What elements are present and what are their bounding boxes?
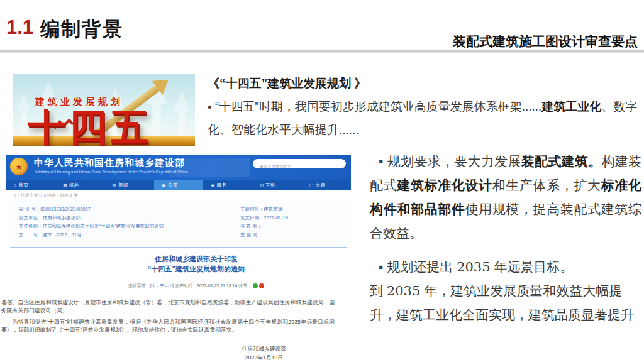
meta-row-issuing-unit: 发文单位：住房和城乡建设部 bbox=[19, 214, 233, 222]
font-size-selector[interactable]: [大 - 中 - 小] bbox=[150, 283, 174, 288]
notice-paragraph: 各省、自治区住房和城乡建设厅，直辖市住房和城乡建设（管）委，北京市规划和自然资源… bbox=[1, 299, 335, 315]
signature-date: 2022年1月19日 bbox=[170, 353, 358, 362]
signature-organization: 住房和城乡建设部 bbox=[170, 344, 358, 353]
nav-item-label: 新闻 bbox=[118, 182, 128, 189]
notice-paragraph: 为指导和促进“十四五”时期建筑业高质量发展，根据《中华人民共和国国民经济和社会发… bbox=[1, 318, 335, 334]
meta-row-validity: 有 效 期： bbox=[240, 222, 344, 231]
page-title: 编制背景 bbox=[40, 16, 123, 43]
search-box[interactable] bbox=[253, 159, 346, 168]
meta-value: 建筑市场 bbox=[264, 206, 283, 212]
services-icon: ◉ bbox=[211, 183, 214, 188]
nav-item-disclosure[interactable]: ▣ 公开 bbox=[154, 180, 203, 190]
mohurd-website-screenshot: ★ 中华人民共和国住房和城乡建设部 Ministry of Housing an… bbox=[6, 155, 351, 362]
search-input[interactable] bbox=[258, 162, 342, 171]
meta-label: 文件名称： bbox=[19, 223, 43, 229]
nav-item-label: 互动 bbox=[265, 182, 275, 189]
notice-body: 各省、自治区住房和城乡建设厅，直辖市住房和城乡建设（管）委，北京市规划和自然资源… bbox=[1, 299, 335, 334]
site-header: ★ 中华人民共和国住房和城乡建设部 Ministry of Housing an… bbox=[6, 155, 351, 180]
nav-item-label: 公开 bbox=[167, 182, 177, 189]
interaction-icon: ✉ bbox=[260, 183, 264, 188]
topics-icon: ▢ bbox=[309, 183, 314, 188]
prefab-requirement-paragraph: ▪ 规划要求，要大力发展装配式建筑。构建装配式建筑标准化设计和生产体系，扩大标准… bbox=[370, 150, 641, 245]
meta-label: 发文单位： bbox=[19, 215, 43, 221]
golden-arrow-head bbox=[152, 74, 174, 95]
nav-item-news[interactable]: ▤ 新闻 bbox=[105, 180, 154, 190]
presentation-slide: 1.1 编制背景 装配式建筑施工图设计审查要点 建筑业发展规划 十四五 ★ 中华… bbox=[0, 0, 644, 362]
notice-title: 住房和城乡建设部关于印发 “十四五”建筑业发展规划的通知 bbox=[6, 254, 351, 274]
meta-value: 住房和城乡建设部 bbox=[43, 215, 80, 221]
home-icon: ⌂ bbox=[14, 183, 16, 187]
meta-row-issue-date: 发文日期：2022-01-19 bbox=[240, 214, 344, 222]
meta-label: 有 效 期： bbox=[240, 223, 262, 229]
plan-title: 《“十四五”建筑业发展规划 》 bbox=[208, 72, 641, 95]
meta-label: 文 号： bbox=[19, 232, 43, 238]
meta-value: 建市〔2022〕11号 bbox=[43, 232, 82, 238]
nav-item-label: 首页 bbox=[18, 182, 28, 189]
notice-signature: 住房和城乡建设部 2022年1月19日 bbox=[170, 344, 358, 362]
notice-title-line2: “十四五”建筑业发展规划的通知 bbox=[42, 264, 351, 274]
share-label: 分享： bbox=[238, 283, 252, 288]
meta-value: 000013338/2022-00057 bbox=[40, 206, 91, 212]
up-arrow-shape bbox=[174, 91, 190, 140]
nav-item-interaction[interactable]: ✉ 互动 bbox=[252, 180, 301, 190]
publish-time-value: 2022-01-25 11:18:14 bbox=[197, 283, 237, 288]
meta-column-right: 主题信息：建筑市场 发文日期：2022-01-19 有 效 期： 主 题 词： bbox=[240, 205, 344, 239]
document-meta-box: 索 引 号：000013338/2022-00057 发文单位：住房和城乡建设部… bbox=[10, 200, 347, 248]
meta-row-file-name: 文件名称：住房和城乡建设部关于印发“十四五”建筑业发展规划的通知 bbox=[19, 222, 233, 231]
meta-label: 主 题 词： bbox=[240, 232, 262, 238]
meta-row-file-number: 文 号：建市〔2022〕11号 bbox=[19, 231, 233, 239]
meta-label: 主题信息： bbox=[240, 206, 264, 212]
breadcrumb[interactable]: 开 › 法定主动公开内容 › 部发文件 bbox=[13, 192, 77, 199]
meta-label: 索 引 号： bbox=[19, 206, 40, 212]
disclosure-icon: ▣ bbox=[162, 183, 166, 188]
nav-item-home[interactable]: ⌂ 首页 bbox=[6, 180, 55, 190]
nav-item-topics[interactable]: ▢ 专题 bbox=[302, 180, 351, 190]
meta-row-keywords: 主 题 词： bbox=[240, 231, 344, 239]
organization-icon: ▦ bbox=[63, 183, 67, 188]
text-block-plan-intro: 《“十四五”建筑业发展规划 》 ▪ “十四五”时期，我国要初步形成建筑业高质量发… bbox=[208, 72, 641, 141]
article-toolbar: 选择字体：[大 - 中 - 小] 发布时间：2022-01-25 11:18:1… bbox=[6, 283, 351, 289]
meta-value: 住房和城乡建设部关于印发“十四五”建筑业发展规划的通知 bbox=[43, 223, 164, 229]
nav-item-label: 机构 bbox=[69, 182, 79, 189]
news-icon: ▤ bbox=[113, 183, 117, 188]
national-emblem-icon: ★ bbox=[10, 158, 28, 175]
meta-value: 2022-01-19 bbox=[264, 215, 288, 221]
site-nav: ⌂ 首页 ▦ 机构 ▤ 新闻 ▣ 公开 ◉ 服务 ✉ 互动 bbox=[6, 180, 351, 190]
section-number: 1.1 bbox=[6, 16, 33, 39]
text-block-2035-goal: ▪ 规划还提出 2035 年远景目标。 到 2035 年，建筑业发展质量和效益大… bbox=[370, 255, 643, 327]
meta-column-left: 索 引 号：000013338/2022-00057 发文单位：住房和城乡建设部… bbox=[19, 205, 233, 239]
meta-row-topic: 主题信息：建筑市场 bbox=[240, 205, 344, 214]
meta-row-index-number: 索 引 号：000013338/2022-00057 bbox=[19, 205, 233, 214]
text-block-prefab-requirement: ▪ 规划要求，要大力发展装配式建筑。构建装配式建筑标准化设计和生产体系，扩大标准… bbox=[370, 150, 641, 245]
document-title-right: 装配式建筑施工图设计审查要点 bbox=[453, 33, 638, 50]
nav-item-organization[interactable]: ▦ 机构 bbox=[55, 180, 104, 190]
goal-line-2: 到 2035 年，建筑业发展质量和效益大幅提升，建筑工业化全面实现，建筑品质显著… bbox=[370, 279, 643, 327]
site-name: 中华人民共和国住房和城乡建设部 bbox=[34, 157, 185, 169]
notice-title-line1: 住房和城乡建设部关于印发 bbox=[42, 254, 351, 264]
publish-time-label: 发布时间： bbox=[175, 283, 197, 288]
meta-label: 发文日期： bbox=[240, 215, 264, 221]
plan-intro-paragraph: ▪ “十四五”时期，我国要初步形成建筑业高质量发展体系框架......建筑工业化… bbox=[208, 95, 641, 141]
font-size-label: 选择字体： bbox=[128, 283, 150, 288]
wechat-share-icon[interactable] bbox=[253, 283, 258, 288]
header-divider bbox=[0, 50, 644, 53]
fourteenth-five-plan-banner-image: 建筑业发展规划 十四五 bbox=[13, 74, 195, 146]
site-name-english: Ministry of Housing and Urban-Rural Deve… bbox=[35, 170, 188, 174]
nav-item-label: 专题 bbox=[315, 182, 325, 189]
goal-line-1: ▪ 规划还提出 2035 年远景目标。 bbox=[370, 255, 643, 279]
nav-item-services[interactable]: ◉ 服务 bbox=[203, 180, 252, 190]
nav-item-label: 服务 bbox=[216, 182, 226, 189]
weibo-share-icon[interactable] bbox=[259, 283, 264, 288]
banner-headline: 十四五 bbox=[28, 102, 152, 146]
